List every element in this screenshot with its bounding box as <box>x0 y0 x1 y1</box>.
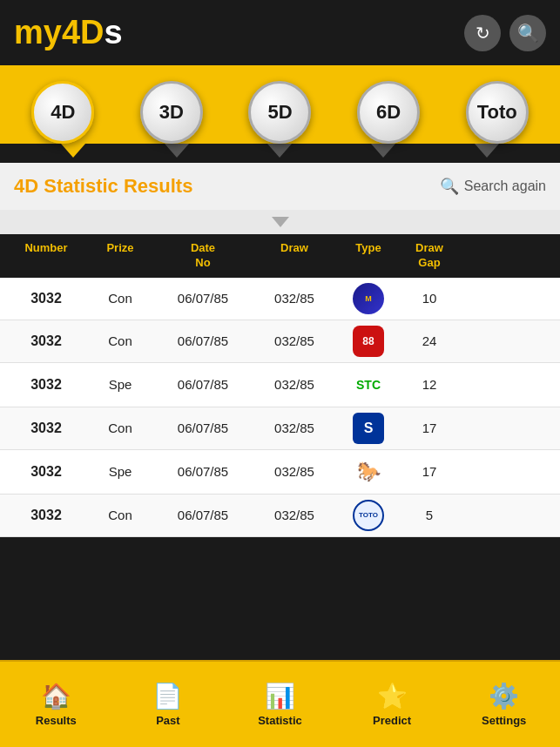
section-header: 4D Statistic Results 🔍 Search again <box>0 163 560 210</box>
tab-5d[interactable]: 5D <box>248 81 311 144</box>
nav-statistic-label: Statistic <box>258 714 302 727</box>
tab-3d[interactable]: 3D <box>140 81 203 144</box>
cell-date: 06/07/85 <box>155 508 251 522</box>
cell-type: S <box>338 413 399 444</box>
home-icon: 🏠 <box>41 682 71 710</box>
col-type: Type <box>338 241 399 271</box>
table-row[interactable]: 3032 Con 06/07/85 032/85 TOTO 5 <box>0 495 560 537</box>
tab-6d-circle[interactable]: 6D <box>357 81 420 144</box>
tab-4d[interactable]: 4D <box>31 81 94 144</box>
cell-date: 06/07/85 <box>155 377 251 392</box>
refresh-button[interactable]: ↻ <box>464 15 501 51</box>
app-header: my4Ds ↻ 🔍 <box>0 0 560 65</box>
nav-statistic[interactable]: 📊 Statistic <box>224 682 336 727</box>
col-draw: Draw <box>251 241 338 271</box>
tab-3d-circle[interactable]: 3D <box>140 81 203 144</box>
cell-gap: 10 <box>399 291 460 306</box>
game-tab-bar: 4D 3D 5D 6D Toto <box>0 65 560 144</box>
statistic-icon: 📊 <box>265 682 295 710</box>
stc-logo: STC <box>352 368 385 401</box>
sports-logo: S <box>353 413 384 444</box>
nav-past-label: Past <box>156 714 179 727</box>
cell-number: 3032 <box>7 377 85 393</box>
cell-gap: 17 <box>399 464 460 479</box>
tab-4d-circle[interactable]: 4D <box>31 81 94 144</box>
cell-gap: 5 <box>399 508 460 522</box>
cell-gap: 17 <box>399 421 460 435</box>
indicator-5d <box>267 144 292 158</box>
cell-number: 3032 <box>7 421 85 436</box>
cell-prize: Con <box>85 291 155 306</box>
indicator-4d <box>61 144 85 158</box>
tab-5d-circle[interactable]: 5D <box>248 81 311 144</box>
cell-number: 3032 <box>7 464 85 480</box>
cell-draw: 032/85 <box>251 508 338 522</box>
col-date: DateNo <box>155 241 251 271</box>
cell-draw: 032/85 <box>251 377 338 392</box>
search-button[interactable]: 🔍 <box>509 15 546 51</box>
col-prize: Prize <box>85 241 155 271</box>
damacai-logo: 88 <box>353 326 384 357</box>
app-logo: my4Ds <box>14 14 123 51</box>
settings-icon: ⚙️ <box>489 682 519 710</box>
nav-predict-label: Predict <box>373 714 411 727</box>
col-gap: DrawGap <box>399 241 460 271</box>
cell-draw: 032/85 <box>251 333 338 348</box>
tab-toto[interactable]: Toto <box>466 81 529 144</box>
cell-type: STC <box>338 368 399 401</box>
table-header: Number Prize DateNo Draw Type DrawGap <box>0 234 560 278</box>
cell-type: TOTO <box>338 500 399 531</box>
search-again-label: Search again <box>464 178 546 194</box>
sort-bar <box>0 210 560 234</box>
search-again-button[interactable]: 🔍 Search again <box>440 177 546 196</box>
cell-prize: Spe <box>85 464 155 479</box>
cell-date: 06/07/85 <box>155 464 251 479</box>
gd-logo: 🐎 <box>352 455 385 488</box>
table-row[interactable]: 3032 Spe 06/07/85 032/85 STC 12 <box>0 363 560 407</box>
bottom-navigation: 🏠 Results 📄 Past 📊 Statistic ⭐ Predict ⚙… <box>0 660 560 747</box>
indicator-toto <box>475 144 499 158</box>
nav-results-label: Results <box>36 714 77 727</box>
cell-number: 3032 <box>7 508 85 523</box>
cell-number: 3032 <box>7 291 85 306</box>
nav-settings-label: Settings <box>482 714 526 727</box>
logo-my: my <box>14 14 62 50</box>
toto-logo: TOTO <box>353 500 384 531</box>
tab-indicators <box>0 144 560 163</box>
section-title: 4D Statistic Results <box>14 175 192 198</box>
search-again-icon: 🔍 <box>440 177 459 196</box>
cell-type: M <box>338 283 399 314</box>
tab-toto-circle[interactable]: Toto <box>466 81 529 144</box>
cell-draw: 032/85 <box>251 291 338 306</box>
cell-date: 06/07/85 <box>155 421 251 435</box>
table-row[interactable]: 3032 Con 06/07/85 032/85 88 24 <box>0 320 560 363</box>
magnum-logo: M <box>353 283 384 314</box>
header-actions: ↻ 🔍 <box>464 15 546 51</box>
cell-date: 06/07/85 <box>155 291 251 306</box>
logo-4d: 4D <box>62 14 105 50</box>
logo-s: s <box>105 14 123 50</box>
main-content: 4D Statistic Results 🔍 Search again Numb… <box>0 163 560 660</box>
cell-date: 06/07/85 <box>155 333 251 348</box>
cell-prize: Con <box>85 333 155 348</box>
nav-past[interactable]: 📄 Past <box>112 682 225 727</box>
indicator-3d <box>165 144 189 158</box>
nav-predict[interactable]: ⭐ Predict <box>336 682 449 727</box>
nav-results[interactable]: 🏠 Results <box>0 682 112 727</box>
cell-type: 🐎 <box>338 455 399 488</box>
sort-indicator <box>272 217 289 227</box>
cell-gap: 24 <box>399 333 460 348</box>
table-row[interactable]: 3032 Spe 06/07/85 032/85 🐎 17 <box>0 450 560 495</box>
cell-prize: Spe <box>85 377 155 392</box>
indicator-6d <box>371 144 395 158</box>
nav-settings[interactable]: ⚙️ Settings <box>448 682 560 727</box>
cell-draw: 032/85 <box>251 421 338 435</box>
table-row[interactable]: 3032 Con 06/07/85 032/85 S 17 <box>0 407 560 450</box>
cell-gap: 12 <box>399 377 460 392</box>
table-row[interactable]: 3032 Con 06/07/85 032/85 M 10 <box>0 278 560 320</box>
col-number: Number <box>7 241 85 271</box>
cell-prize: Con <box>85 421 155 435</box>
cell-number: 3032 <box>7 333 85 349</box>
tab-6d[interactable]: 6D <box>357 81 420 144</box>
cell-type: 88 <box>338 326 399 357</box>
